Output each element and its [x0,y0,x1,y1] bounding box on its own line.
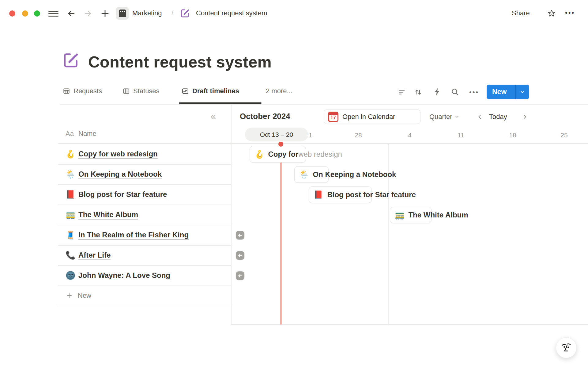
table-row[interactable]: 🌚 John Wayne: A Love Song [58,265,231,286]
tab-requests[interactable]: Requests [63,87,102,95]
arrow-left-icon [67,9,76,18]
scroll-to-bar-button[interactable] [236,231,244,240]
timeline-bar-copy-for-web-redesign[interactable]: 🪝 Copy for web redesign [250,146,306,163]
view-options-button[interactable]: ••• [469,88,479,96]
row-divider [58,265,231,266]
tabs-divider [60,104,588,105]
previous-period-button[interactable] [477,113,483,120]
table-row[interactable]: 🚃 The White Album [58,205,231,225]
sort-button[interactable] [414,88,422,96]
forward-button[interactable] [83,9,92,18]
row-divider [58,184,231,185]
zoom-window-button[interactable] [34,10,40,17]
bar-title-overflow: web redesign [298,150,342,159]
today-marker-line [281,144,281,324]
share-button[interactable]: Share [512,9,530,17]
row-title[interactable]: After Life [78,251,111,259]
timeline-zoom-select[interactable]: Quarter [429,113,459,121]
calendar-day: 17 [329,115,337,121]
week-label: 4 [408,132,412,139]
tab-draft-timelines[interactable]: Draft timelines [182,87,239,95]
plus-icon [100,9,110,18]
tab-more[interactable]: 2 more... [266,87,292,95]
back-button[interactable] [67,9,76,18]
star-icon [547,9,556,18]
arrow-left-icon [238,273,243,278]
scroll-to-bar-button[interactable] [236,251,244,260]
row-title[interactable]: On Keeping a Notebook [78,170,162,178]
timeline-header-divider [58,143,588,144]
arrow-left-icon [238,233,243,238]
more-options-button[interactable]: ••• [565,9,575,17]
open-in-calendar-button[interactable]: 17 Open in Calendar [324,109,420,124]
sidebar-menu-icon[interactable] [48,11,58,17]
workspace-icon[interactable] [116,7,129,20]
minimize-window-button[interactable] [22,10,28,17]
filter-icon [398,88,406,96]
chevron-right-icon [521,113,528,120]
row-title[interactable]: In The Realm of the Fisher King [78,231,189,239]
search-icon [451,88,459,96]
search-view-button[interactable] [451,88,459,96]
arrow-right-icon [83,9,92,18]
table-row[interactable]: 🪝 Copy for web redesign [58,144,231,164]
active-tab-underline [179,102,262,104]
page-icon[interactable] [62,52,79,69]
tab-statuses[interactable]: Statuses [123,87,160,95]
today-marker-dot [278,142,283,147]
notion-ai-button[interactable] [556,337,577,358]
bar-emoji: 🚃 [395,210,405,220]
timeline-bar-the-white-album[interactable]: 🚃 The White Album [390,207,432,223]
sort-icon [414,88,422,96]
row-title[interactable]: John Wayne: A Love Song [78,271,170,280]
timeline-bar-on-keeping-a-notebook[interactable]: 🌦️ On Keeping a Notebook [294,166,329,183]
new-dropdown-button[interactable] [516,89,529,95]
table-row[interactable]: 📞 After Life [58,245,231,265]
timeline-bar-blog-post-for-star-feature[interactable]: 📕 Blog post for Star feature [309,186,372,203]
row-title[interactable]: Blog post for Star feature [78,190,167,199]
breadcrumb-page[interactable]: Content request system [196,9,267,17]
next-period-button[interactable] [521,113,528,120]
selected-range-pill: Oct 13 – 20 [245,128,308,141]
table-new-row[interactable]: New [58,286,231,306]
bar-title: The White Album [408,211,468,219]
timeline-month-label: October 2024 [240,112,290,121]
plus-icon [66,292,73,299]
today-button[interactable]: Today [489,113,507,121]
chevron-down-icon [519,89,526,95]
open-in-calendar-label: Open in Calendar [342,113,395,121]
table-row[interactable]: 📕 Blog post for Star feature [58,184,231,205]
scroll-to-bar-button[interactable] [236,271,244,280]
bar-title: Blog post for Star feature [327,190,416,199]
timeline-icon [182,87,189,95]
favorite-button[interactable] [547,9,556,18]
close-window-button[interactable] [9,10,15,17]
row-title[interactable]: Copy for web redesign [78,150,158,158]
tab-label: Requests [74,87,102,95]
lightning-icon [433,87,442,96]
board-icon [123,87,130,95]
automations-button[interactable] [433,87,442,96]
filter-button[interactable] [398,88,406,96]
new-tab-button[interactable] [100,9,110,18]
new-button[interactable]: New [487,88,515,96]
ai-face-icon [560,342,572,354]
table-row[interactable]: 🧵 In The Realm of the Fisher King [58,225,231,245]
bar-emoji: 🌦️ [299,170,309,179]
name-column-header[interactable]: Name [78,130,96,138]
row-title[interactable]: The White Album [78,210,138,219]
breadcrumb-workspace[interactable]: Marketing [132,9,162,17]
new-row-label: New [78,292,91,300]
notion-window: Marketing / Content request system Share… [0,0,588,368]
row-divider [58,306,231,306]
collapse-table-button[interactable]: « [211,111,216,121]
bar-title: Copy for [268,150,298,159]
bar-title: On Keeping a Notebook [313,170,396,179]
arrow-left-icon [238,253,243,258]
page-title[interactable]: Content request system [88,53,272,71]
bar-emoji: 📕 [314,190,323,200]
table-row[interactable]: 🌦️ On Keeping a Notebook [58,164,231,184]
table-timeline-divider[interactable] [231,105,232,324]
week-label: 25 [560,132,567,139]
row-emoji: 🌚 [66,271,75,280]
